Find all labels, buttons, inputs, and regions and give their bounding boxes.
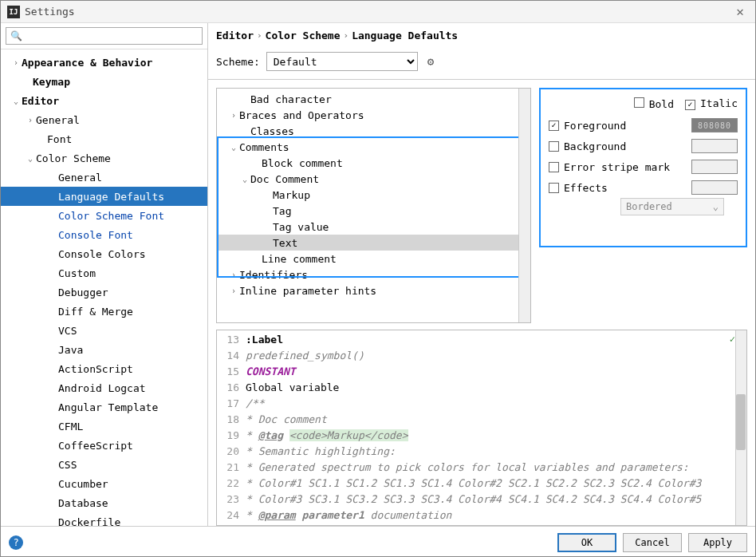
sidebar-item-label: Database [58, 497, 108, 509]
effects-type-select[interactable]: Bordered⌄ [620, 198, 724, 215]
ok-button[interactable]: OK [557, 533, 616, 552]
middle-row: Bad character›Braces and OperatorsClasse… [208, 80, 755, 323]
background-checkbox[interactable] [549, 141, 559, 152]
preview-panel: ✓ 131415161718192021222324 :Labelpredefi… [216, 330, 747, 526]
sidebar-item-label: Diff & Merge [58, 306, 133, 318]
sidebar-item-label: Color Scheme [36, 152, 111, 164]
attribute-label: Classes [250, 125, 294, 137]
attribute-item[interactable]: Tag [217, 203, 530, 219]
chevron-icon: › [10, 58, 22, 67]
attribute-item[interactable]: ›Braces and Operators [217, 107, 530, 123]
search-input[interactable] [6, 27, 203, 45]
sidebar-item[interactable]: Cucumber [1, 474, 207, 493]
sidebar-item[interactable]: Android Logcat [1, 378, 207, 397]
main-area: 🔍 ›Appearance & BehaviorKeymap⌄Editor›Ge… [1, 23, 755, 526]
sidebar-item[interactable]: Java [1, 340, 207, 359]
sidebar-item-label: Console Font [58, 229, 133, 241]
attribute-item[interactable]: ⌄Doc Comment [217, 171, 530, 187]
sidebar-item[interactable]: ⌄Editor [1, 91, 207, 110]
code-line: :Label [246, 332, 735, 348]
sidebar-item[interactable]: Dockerfile [1, 512, 207, 526]
error-stripe-checkbox[interactable] [549, 162, 559, 172]
sidebar-item[interactable]: ›Appearance & Behavior [1, 53, 207, 72]
close-icon[interactable]: ✕ [731, 4, 749, 19]
line-number: 20 [217, 444, 244, 460]
gear-icon[interactable]: ⚙ [427, 55, 434, 68]
sidebar-item-label: Angular Template [58, 401, 158, 413]
chevron-icon: ⌄ [228, 143, 239, 152]
sidebar-item[interactable]: Color Scheme Font [1, 206, 207, 225]
code-line: * Doc comment [246, 412, 735, 428]
line-number: 15 [217, 364, 244, 380]
sidebar-item-label: Dockerfile [58, 516, 120, 527]
line-number: 24 [217, 508, 244, 523]
error-stripe-swatch[interactable] [691, 160, 738, 174]
sidebar-item[interactable]: ActionScript [1, 359, 207, 378]
bold-checkbox[interactable]: Bold [634, 97, 674, 115]
scheme-label: Scheme: [216, 56, 260, 68]
foreground-checkbox[interactable] [549, 120, 559, 131]
sidebar-item[interactable]: Font [1, 129, 207, 148]
attribute-label: Text [273, 237, 297, 249]
sidebar-item[interactable]: VCS [1, 321, 207, 340]
sidebar-item-label: Custom [58, 267, 96, 279]
foreground-label: Foreground [564, 120, 691, 132]
sidebar-item[interactable]: CSS [1, 455, 207, 474]
attribute-item[interactable]: Classes [217, 123, 530, 139]
background-swatch[interactable] [691, 139, 738, 153]
sidebar-item[interactable]: Custom [1, 263, 207, 282]
app-icon: IJ [7, 6, 20, 18]
attribute-item[interactable]: Line comment [217, 251, 530, 267]
apply-button[interactable]: Apply [688, 533, 747, 552]
attribute-label: Tag [273, 205, 291, 217]
attribute-item[interactable]: Bad character [217, 91, 530, 107]
sidebar-item[interactable]: CoffeeScript [1, 436, 207, 455]
chevron-down-icon: ⌄ [713, 201, 719, 212]
effects-swatch[interactable] [691, 180, 738, 195]
sidebar-item[interactable]: General [1, 168, 207, 187]
cancel-button[interactable]: Cancel [623, 533, 682, 552]
sidebar-item[interactable]: Angular Template [1, 397, 207, 417]
sidebar-item[interactable]: ⌄Color Scheme [1, 148, 207, 168]
sidebar-item-label: General [36, 114, 80, 126]
titlebar: IJ Settings ✕ [1, 1, 755, 23]
code-line: * Semantic highlighting: [246, 444, 735, 460]
foreground-swatch[interactable]: 808080 [691, 118, 738, 132]
breadcrumb-a: Editor [216, 30, 254, 41]
attribute-item[interactable]: Markup [217, 187, 530, 203]
sidebar-item[interactable]: Console Font [1, 225, 207, 244]
attribute-label: Bad character [250, 93, 332, 105]
line-number: 22 [217, 476, 244, 492]
code-preview[interactable]: :Labelpredefined_symbol()CONSTANTGlobal … [246, 332, 735, 523]
chevron-icon: ⌄ [25, 154, 36, 163]
sidebar-item[interactable]: ›General [1, 110, 207, 129]
attribute-item[interactable]: Text [217, 235, 530, 251]
help-icon[interactable]: ? [9, 535, 23, 550]
attribute-label: Inline parameter hints [239, 285, 376, 297]
attribute-item[interactable]: ›Inline parameter hints [217, 282, 530, 298]
sidebar-item[interactable]: CFML [1, 417, 207, 436]
sidebar-item[interactable]: Console Colors [1, 244, 207, 263]
sidebar-item-label: Android Logcat [58, 382, 146, 394]
effects-checkbox[interactable] [549, 183, 559, 193]
attribute-item[interactable]: ›Identifiers [217, 267, 530, 282]
attribute-item[interactable]: Tag value [217, 219, 530, 235]
sidebar-item[interactable]: Database [1, 493, 207, 512]
italic-checkbox[interactable]: Italic [685, 97, 738, 115]
sidebar-item[interactable]: Language Defaults [1, 187, 207, 206]
attribute-tree-wrap: Bad character›Braces and OperatorsClasse… [216, 88, 531, 323]
attribute-item[interactable]: Block comment [217, 155, 530, 171]
preview-scrollbar[interactable] [735, 330, 746, 525]
sidebar-item[interactable]: Debugger [1, 282, 207, 302]
code-line: * Color#3 SC3.1 SC3.2 SC3.3 SC3.4 Color#… [246, 492, 735, 508]
sidebar-tree: ›Appearance & BehaviorKeymap⌄Editor›Gene… [1, 49, 207, 526]
attribute-item[interactable]: ⌄Comments [217, 139, 530, 155]
breadcrumb: Editor › Color Scheme › Language Default… [208, 23, 755, 45]
scrollbar-thumb[interactable] [736, 394, 746, 450]
attribute-tree: Bad character›Braces and OperatorsClasse… [217, 89, 530, 301]
sidebar-item[interactable]: Keymap [1, 72, 207, 91]
scheme-select[interactable]: Default [266, 52, 418, 71]
line-gutter: 131415161718192021222324 [217, 330, 244, 525]
sidebar-item-label: CSS [58, 459, 77, 471]
sidebar-item[interactable]: Diff & Merge [1, 302, 207, 321]
